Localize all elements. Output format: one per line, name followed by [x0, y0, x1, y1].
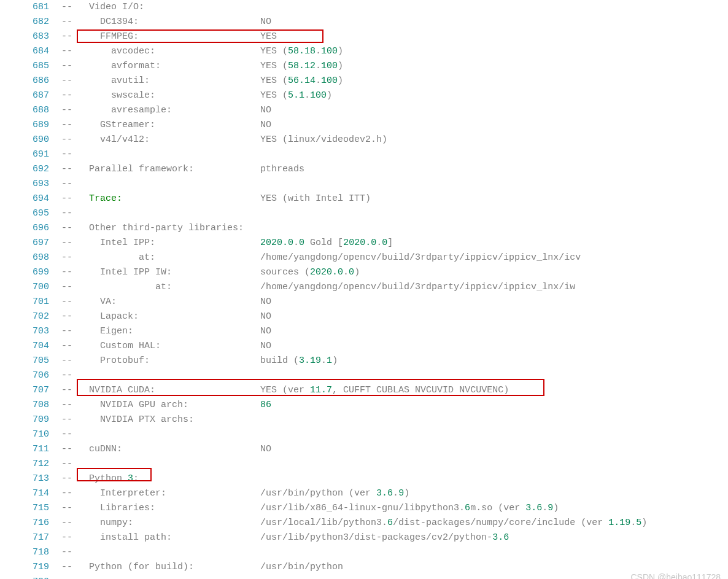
code-line: 696-- Other third-party libraries:: [0, 221, 728, 236]
line-content: --: [61, 206, 728, 221]
line-content: -- v4l/v4l2: YES (linux/videodev2.h): [61, 133, 728, 147]
line-number: 713: [0, 472, 61, 486]
line-number: 702: [0, 309, 61, 324]
line-number: 686: [0, 74, 61, 88]
line-number: 719: [0, 560, 61, 575]
code-line: 695--: [0, 206, 728, 221]
line-number: 684: [0, 44, 61, 59]
line-content: -- Python (for build): /usr/bin/python: [61, 560, 728, 575]
code-line: 701-- VA: NO: [0, 295, 728, 309]
line-content: -- avutil: YES (56.14.100): [61, 74, 728, 88]
line-content: -- numpy: /usr/local/lib/python3.6/dist-…: [61, 516, 728, 530]
line-content: -- Custom HAL: NO: [61, 339, 728, 354]
line-number: 704: [0, 339, 61, 354]
line-content: -- Parallel framework: pthreads: [61, 162, 728, 177]
line-number: 696: [0, 221, 61, 236]
line-content: -- NVIDIA CUDA: YES (ver 11.7, CUFFT CUB…: [61, 383, 728, 398]
line-content: -- Python 3:: [61, 472, 728, 486]
code-line: 707-- NVIDIA CUDA: YES (ver 11.7, CUFFT …: [0, 383, 728, 398]
code-line: 703-- Eigen: NO: [0, 324, 728, 339]
code-line: 708-- NVIDIA GPU arch: 86: [0, 398, 728, 413]
line-number: 714: [0, 486, 61, 501]
code-line: 705-- Protobuf: build (3.19.1): [0, 354, 728, 368]
line-number: 708: [0, 398, 61, 413]
code-line: 681-- Video I/O:: [0, 0, 728, 15]
line-number: 683: [0, 29, 61, 44]
line-content: --: [61, 147, 728, 162]
code-line: 683-- FFMPEG: YES: [0, 29, 728, 44]
line-number: 695: [0, 206, 61, 221]
line-content: -- FFMPEG: YES: [61, 29, 728, 44]
code-line: 709-- NVIDIA PTX archs:: [0, 413, 728, 427]
code-line: 720--: [0, 575, 728, 579]
code-line: 718--: [0, 545, 728, 560]
line-number: 709: [0, 413, 61, 427]
line-number: 705: [0, 354, 61, 368]
code-line: 699-- Intel IPP IW: sources (2020.0.0): [0, 265, 728, 280]
line-number: 717: [0, 530, 61, 545]
line-content: -- Libraries: /usr/lib/x86_64-linux-gnu/…: [61, 501, 728, 516]
line-content: -- VA: NO: [61, 295, 728, 309]
code-line: 688-- avresample: NO: [0, 103, 728, 118]
line-number: 697: [0, 236, 61, 251]
line-number: 716: [0, 516, 61, 530]
line-content: -- Video I/O:: [61, 0, 728, 15]
line-number: 690: [0, 133, 61, 147]
line-number: 700: [0, 280, 61, 295]
line-number: 687: [0, 88, 61, 103]
line-content: --: [61, 457, 728, 472]
code-line: 714-- Interpreter: /usr/bin/python (ver …: [0, 486, 728, 501]
code-line: 713-- Python 3:: [0, 472, 728, 486]
code-line: 697-- Intel IPP: 2020.0.0 Gold [2020.0.0…: [0, 236, 728, 251]
line-content: -- Other third-party libraries:: [61, 221, 728, 236]
code-line: 689-- GStreamer: NO: [0, 118, 728, 133]
line-content: -- Trace: YES (with Intel ITT): [61, 192, 728, 206]
code-line: 684-- avcodec: YES (58.18.100): [0, 44, 728, 59]
line-content: -- Protobuf: build (3.19.1): [61, 354, 728, 368]
code-line: 719-- Python (for build): /usr/bin/pytho…: [0, 560, 728, 575]
code-line: 710--: [0, 427, 728, 442]
line-number: 718: [0, 545, 61, 560]
line-content: -- Intel IPP IW: sources (2020.0.0): [61, 265, 728, 280]
line-number: 707: [0, 383, 61, 398]
line-content: -- Eigen: NO: [61, 324, 728, 339]
code-line: 685-- avformat: YES (58.12.100): [0, 59, 728, 74]
code-line: 693--: [0, 177, 728, 192]
line-number: 701: [0, 295, 61, 309]
line-number: 688: [0, 103, 61, 118]
line-number: 698: [0, 251, 61, 265]
line-content: -- install path: /usr/lib/python3/dist-p…: [61, 530, 728, 545]
line-number: 706: [0, 368, 61, 383]
line-content: -- Intel IPP: 2020.0.0 Gold [2020.0.0]: [61, 236, 728, 251]
line-content: -- Lapack: NO: [61, 309, 728, 324]
line-content: --: [61, 427, 728, 442]
line-number: 710: [0, 427, 61, 442]
line-content: -- NVIDIA PTX archs:: [61, 413, 728, 427]
code-line: 712--: [0, 457, 728, 472]
line-content: -- at: /home/yangdong/opencv/build/3rdpa…: [61, 251, 728, 265]
code-line: 711-- cuDNN: NO: [0, 442, 728, 457]
code-line: 717-- install path: /usr/lib/python3/dis…: [0, 530, 728, 545]
line-content: -- GStreamer: NO: [61, 118, 728, 133]
code-block: 681-- Video I/O:682-- DC1394: NO683-- FF…: [0, 0, 728, 579]
code-line: 706--: [0, 368, 728, 383]
line-number: 682: [0, 15, 61, 29]
line-content: --: [61, 575, 728, 579]
line-content: --: [61, 545, 728, 560]
code-line: 691--: [0, 147, 728, 162]
code-line: 704-- Custom HAL: NO: [0, 339, 728, 354]
line-number: 685: [0, 59, 61, 74]
code-line: 687-- swscale: YES (5.1.100): [0, 88, 728, 103]
line-number: 720: [0, 575, 61, 579]
line-number: 691: [0, 147, 61, 162]
line-content: -- swscale: YES (5.1.100): [61, 88, 728, 103]
line-content: -- avresample: NO: [61, 103, 728, 118]
line-number: 693: [0, 177, 61, 192]
code-line: 700-- at: /home/yangdong/opencv/build/3r…: [0, 280, 728, 295]
code-line: 702-- Lapack: NO: [0, 309, 728, 324]
code-line: 694-- Trace: YES (with Intel ITT): [0, 192, 728, 206]
line-content: -- cuDNN: NO: [61, 442, 728, 457]
line-number: 703: [0, 324, 61, 339]
line-number: 699: [0, 265, 61, 280]
line-content: -- at: /home/yangdong/opencv/build/3rdpa…: [61, 280, 728, 295]
